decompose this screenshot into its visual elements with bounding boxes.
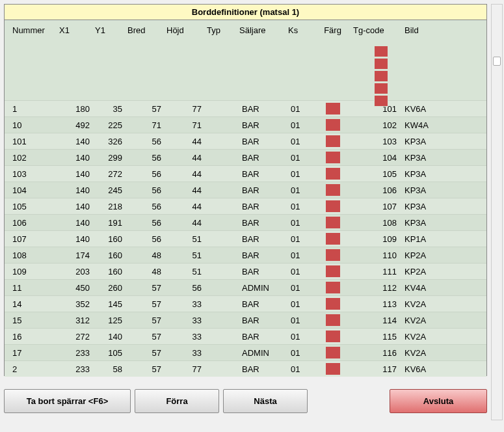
col-farg[interactable]: Färg <box>315 20 351 101</box>
cell-saljare: BAR <box>237 296 285 312</box>
color-swatch <box>326 347 340 358</box>
col-x1[interactable]: X1 <box>57 20 92 101</box>
remove-locks-button[interactable]: Ta bort spärrar <F6> <box>4 389 131 413</box>
cell-hojd: 77 <box>164 361 204 377</box>
table-row[interactable]: 1021402995644BAR01104KP3A <box>5 150 486 166</box>
next-button[interactable]: Nästa <box>223 389 308 413</box>
cell-x1: 233 <box>57 345 92 361</box>
table-row[interactable]: 143521455733BAR01113KV2A <box>5 296 486 312</box>
col-y1[interactable]: Y1 <box>92 20 125 101</box>
cell-farg <box>315 361 351 377</box>
cell-x1: 180 <box>57 101 92 117</box>
cell-x1: 140 <box>57 215 92 231</box>
cell-tgcode: 102 <box>351 117 399 133</box>
table-row[interactable]: 1061401915644BAR01108KP3A <box>5 215 486 231</box>
cell-saljare: BAR <box>237 329 285 345</box>
col-saljare[interactable]: Säljare <box>237 20 285 101</box>
cell-bild: KP2A <box>399 263 486 280</box>
cell-bild: KP1A <box>399 231 486 247</box>
table-row[interactable]: 1092031604851BAR01111KP2A <box>5 263 486 280</box>
cell-typ <box>204 150 237 166</box>
cell-bred: 71 <box>125 117 164 133</box>
cell-saljare: BAR <box>237 312 285 329</box>
col-bild[interactable]: Bild <box>399 20 486 101</box>
cell-ks: 01 <box>285 215 315 231</box>
table-row[interactable]: 1081741604851BAR01110KP2A <box>5 247 486 263</box>
cell-ks: 01 <box>285 166 315 182</box>
table-row[interactable]: 114502605756ADMIN01112KV4A <box>5 280 486 296</box>
table-row[interactable]: 104922257171BAR01102KW4A <box>5 117 486 133</box>
table-row[interactable]: 1180355777BAR01101KV6A <box>5 101 486 117</box>
cell-hojd: 44 <box>164 133 204 150</box>
cell-ks: 01 <box>285 133 315 150</box>
cell-bild: KV2A <box>399 345 486 361</box>
table-row[interactable]: 153121255733BAR01114KV2A <box>5 312 486 329</box>
col-ks[interactable]: Ks <box>285 20 315 101</box>
cell-hojd: 51 <box>164 247 204 263</box>
cell-saljare: BAR <box>237 133 285 150</box>
table-row[interactable]: 2233585777BAR01117KV6A <box>5 361 486 377</box>
cell-tgcode: 109 <box>351 231 399 247</box>
table-row[interactable]: 1011403265644BAR01103KP3A <box>5 133 486 150</box>
cell-x1: 140 <box>57 198 92 215</box>
cell-tgcode: 106 <box>351 182 399 198</box>
cell-bred: 57 <box>125 361 164 377</box>
cell-bild: KP3A <box>399 150 486 166</box>
cell-y1: 160 <box>92 231 125 247</box>
table-row[interactable]: 1031402725644BAR01105KP3A <box>5 166 486 182</box>
col-nummer[interactable]: Nummer <box>5 20 57 101</box>
cell-bild: KV4A <box>399 280 486 296</box>
cell-farg <box>315 150 351 166</box>
cell-x1: 492 <box>57 117 92 133</box>
cell-tgcode: 107 <box>351 198 399 215</box>
cell-hojd: 56 <box>164 280 204 296</box>
cell-typ <box>204 247 237 263</box>
cell-typ <box>204 296 237 312</box>
col-hojd[interactable]: Höjd <box>164 20 204 101</box>
col-typ[interactable]: Typ <box>204 20 237 101</box>
table-row[interactable]: 1051402185644BAR01107KP3A <box>5 198 486 215</box>
cell-nummer: 14 <box>5 296 57 312</box>
col-bred[interactable]: Bred <box>125 20 164 101</box>
cell-saljare: BAR <box>237 166 285 182</box>
cell-x1: 140 <box>57 231 92 247</box>
cell-hojd: 33 <box>164 329 204 345</box>
table-row[interactable]: 1041402455644BAR01106KP3A <box>5 182 486 198</box>
table-row[interactable]: 172331055733ADMIN01116KV2A <box>5 345 486 361</box>
cell-tgcode: 110 <box>351 247 399 263</box>
cell-nummer: 104 <box>5 182 57 198</box>
cell-farg <box>315 280 351 296</box>
cell-bild: KP3A <box>399 215 486 231</box>
cell-bild: KP3A <box>399 182 486 198</box>
table-row[interactable]: 162721405733BAR01115KV2A <box>5 329 486 345</box>
prev-button[interactable]: Förra <box>135 389 219 413</box>
color-swatch <box>326 135 340 147</box>
color-swatch <box>326 184 340 196</box>
cell-hojd: 51 <box>164 263 204 280</box>
close-button[interactable]: Avsluta <box>390 389 487 413</box>
color-swatch <box>326 103 340 115</box>
cell-y1: 125 <box>92 312 125 329</box>
scroll-thumb[interactable] <box>493 57 501 66</box>
cell-farg <box>315 182 351 198</box>
cell-nummer: 102 <box>5 150 57 166</box>
color-swatch <box>326 233 340 245</box>
color-swatch <box>326 168 340 180</box>
cell-y1: 326 <box>92 133 125 150</box>
color-swatch <box>374 46 388 57</box>
cell-hojd: 51 <box>164 231 204 247</box>
cell-typ <box>204 280 237 296</box>
cell-x1: 140 <box>57 166 92 182</box>
cell-bred: 56 <box>125 182 164 198</box>
cell-tgcode: 114 <box>351 312 399 329</box>
cell-nummer: 10 <box>5 117 57 133</box>
table-row[interactable]: 1071401605651BAR01109KP1A <box>5 231 486 247</box>
cell-ks: 01 <box>285 117 315 133</box>
cell-typ <box>204 198 237 215</box>
cell-ks: 01 <box>285 312 315 329</box>
cell-ks: 01 <box>285 280 315 296</box>
cell-x1: 203 <box>57 263 92 280</box>
cell-farg <box>315 263 351 280</box>
vertical-scrollbar[interactable] <box>491 4 503 420</box>
cell-bred: 57 <box>125 345 164 361</box>
